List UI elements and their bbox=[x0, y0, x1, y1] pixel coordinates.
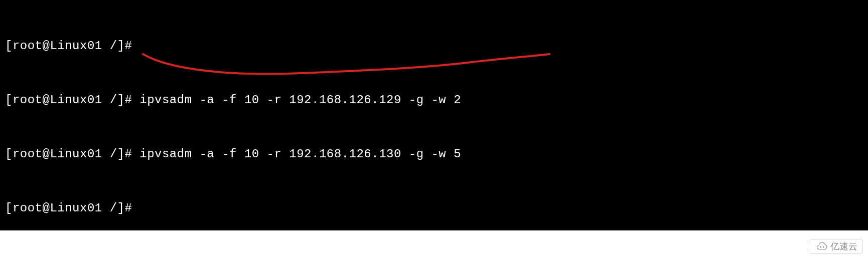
terminal-line: [root@Linux01 /]# bbox=[5, 37, 863, 55]
terminal-window[interactable]: [root@Linux01 /]# [root@Linux01 /]# ipvs… bbox=[0, 0, 868, 230]
command-text: ipvsadm -a -f 10 -r 192.168.126.129 -g -… bbox=[139, 93, 461, 107]
prompt: [root@Linux01 /]# bbox=[5, 201, 132, 215]
terminal-line: [root@Linux01 /]# bbox=[5, 199, 863, 217]
watermark-text: 亿速云 bbox=[830, 240, 857, 252]
command-text: ipvsadm -a -f 10 -r 192.168.126.130 -g -… bbox=[139, 147, 461, 161]
prompt: [root@Linux01 /]# bbox=[5, 93, 132, 107]
cloud-icon bbox=[815, 242, 828, 251]
terminal-line: [root@Linux01 /]# ipvsadm -a -f 10 -r 19… bbox=[5, 145, 863, 163]
svg-point-1 bbox=[823, 246, 824, 248]
watermark-badge: 亿速云 bbox=[810, 239, 863, 254]
prompt: [root@Linux01 /]# bbox=[5, 39, 132, 53]
terminal-line: [root@Linux01 /]# ipvsadm -ln bbox=[5, 253, 863, 257]
svg-point-0 bbox=[820, 246, 821, 248]
terminal-line: [root@Linux01 /]# ipvsadm -a -f 10 -r 19… bbox=[5, 91, 863, 109]
prompt: [root@Linux01 /]# bbox=[5, 147, 132, 161]
